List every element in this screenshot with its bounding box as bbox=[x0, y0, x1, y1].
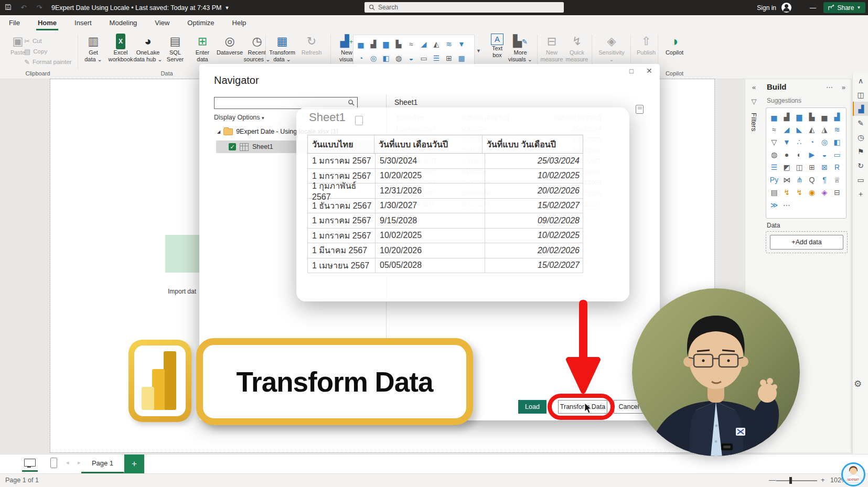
ribbon-tab[interactable]: Modeling bbox=[101, 15, 146, 30]
collapse-panel-icon[interactable]: ∧ bbox=[853, 73, 868, 88]
waterfall-chart-icon[interactable]: ▽ bbox=[768, 136, 780, 148]
settings-gear-icon[interactable]: ⚙ bbox=[854, 378, 862, 389]
line-chart-icon[interactable]: ≈ bbox=[405, 37, 417, 51]
bookmarks-icon[interactable]: ⚑ bbox=[853, 144, 868, 158]
gauge-icon[interactable]: ◒ bbox=[818, 148, 831, 161]
build-pane-menu-icon[interactable]: ⋯ bbox=[826, 83, 833, 91]
sql-server-button[interactable]: ▤ SQL Server bbox=[162, 34, 189, 63]
copilot-button[interactable]: ◑ Copilot bbox=[661, 34, 688, 56]
funnel-chart-icon[interactable]: ▼ bbox=[780, 136, 793, 148]
slicer-icon[interactable]: ◫ bbox=[793, 161, 806, 174]
mobile-view-icon[interactable] bbox=[50, 458, 57, 468]
cut-button[interactable]: ✂Cut bbox=[24, 36, 72, 46]
gauge-icon[interactable]: ◒ bbox=[405, 51, 417, 65]
redo-icon[interactable]: ↷ bbox=[31, 4, 47, 12]
copy-table-icon[interactable] bbox=[636, 105, 644, 114]
map-icon[interactable]: ◍ bbox=[768, 148, 780, 161]
scroller-icon[interactable]: ⊟ bbox=[831, 186, 843, 199]
shape-map-icon[interactable]: ◐ bbox=[793, 148, 806, 161]
table-icon[interactable]: ⊞ bbox=[806, 161, 818, 174]
filled-map-icon[interactable]: ● bbox=[780, 148, 793, 161]
title-dropdown-icon[interactable]: ▼ bbox=[224, 5, 229, 10]
onelake-data-hub-button[interactable]: ◕ OneLake data hub ⌄ bbox=[134, 34, 162, 63]
clustered-bar-chart-icon[interactable]: ▅ bbox=[768, 111, 780, 123]
arcgis-map-icon[interactable]: ◉ bbox=[806, 186, 818, 199]
refresh-button[interactable]: ↻ Refresh bbox=[297, 34, 326, 63]
area-chart-icon[interactable]: ◢ bbox=[780, 123, 793, 136]
get-data-button[interactable]: ▥ Get data ⌄ bbox=[80, 34, 107, 63]
zoom-slider[interactable] bbox=[776, 480, 817, 481]
prev-page-icon[interactable]: ◂ bbox=[66, 459, 69, 466]
dialog-close-icon[interactable]: ✕ bbox=[646, 67, 652, 75]
python-script-icon[interactable]: Py bbox=[768, 174, 780, 186]
kpi-icon[interactable]: ◩ bbox=[780, 161, 793, 174]
treemap-icon[interactable]: ◧ bbox=[831, 136, 843, 148]
matrix-icon[interactable]: ⊠ bbox=[818, 161, 831, 174]
format-visual-icon[interactable]: ✎ bbox=[853, 116, 868, 130]
excel-workbook-button[interactable]: X Excel workbook bbox=[107, 34, 134, 63]
ribbon-chart-icon[interactable]: ≋ bbox=[831, 123, 843, 136]
ribbon-tab[interactable]: View bbox=[146, 15, 178, 30]
load-button[interactable]: Load bbox=[518, 400, 546, 414]
sheet1-checkbox[interactable]: ✓ bbox=[229, 143, 236, 150]
stacked-column-chart-icon[interactable]: ▙ bbox=[806, 111, 818, 123]
share-button[interactable]: Share ▼ bbox=[823, 2, 865, 13]
treemap-icon[interactable]: ◧ bbox=[380, 51, 392, 65]
ribbon-tab[interactable]: Help bbox=[223, 15, 255, 30]
stacked-bar-chart-icon[interactable]: ▆ bbox=[793, 111, 806, 123]
sign-in-button[interactable]: Sign in bbox=[757, 4, 776, 12]
metrics-icon[interactable]: ♕ bbox=[831, 174, 843, 186]
add-page-button[interactable]: + bbox=[124, 454, 144, 473]
enter-data-button[interactable]: ⊞ Enter data bbox=[189, 34, 216, 63]
account-avatar[interactable] bbox=[781, 3, 791, 13]
new-measure-button[interactable]: ⊟ New measure bbox=[539, 34, 564, 63]
area-chart-icon[interactable]: ◢ bbox=[417, 37, 430, 51]
qna-icon[interactable]: Q bbox=[806, 174, 818, 186]
zoom-slider-handle[interactable] bbox=[789, 477, 792, 484]
dialog-maximize-icon[interactable]: □ bbox=[629, 67, 634, 75]
selection-pane-icon[interactable]: ▭ bbox=[853, 172, 868, 187]
add-pane-icon[interactable]: + bbox=[853, 187, 868, 201]
desktop-view-icon[interactable] bbox=[24, 459, 36, 467]
ribbon-tab[interactable]: File bbox=[0, 15, 29, 30]
decomposition-tree-icon[interactable]: ⋔ bbox=[793, 174, 806, 186]
next-page-icon[interactable]: ▸ bbox=[78, 459, 81, 466]
funnel-chart-icon[interactable]: ▼ bbox=[455, 37, 468, 51]
undo-icon[interactable]: ↶ bbox=[16, 4, 31, 12]
publish-button[interactable]: ⇧ Publish bbox=[633, 34, 660, 56]
analytics-icon[interactable]: ◷ bbox=[853, 130, 868, 144]
clustered-column-chart-icon[interactable]: ▟ bbox=[780, 111, 793, 123]
tree-expander-icon[interactable]: ◢ bbox=[217, 129, 220, 134]
gallery-expand-icon[interactable]: ▼ bbox=[476, 48, 481, 53]
zoom-out-icon[interactable]: — bbox=[769, 476, 776, 484]
dataverse-button[interactable]: ◎ Dataverse bbox=[216, 34, 243, 63]
minimize-button[interactable]: — bbox=[802, 4, 824, 12]
sensitivity-button[interactable]: ◈ Sensitivity ⌄ bbox=[596, 34, 627, 63]
copy-button[interactable]: ▤Copy bbox=[24, 46, 72, 57]
line-clustered-column-icon[interactable]: ◮ bbox=[818, 123, 831, 136]
display-options-dropdown[interactable]: Display Options ▾ bbox=[214, 114, 264, 121]
key-influencers-icon[interactable]: ⋈ bbox=[780, 174, 793, 186]
transform-data-button[interactable]: ▦ Transform data ⌄ bbox=[267, 34, 297, 63]
map-icon[interactable]: ◍ bbox=[392, 51, 405, 65]
expand-filters-icon[interactable]: « bbox=[745, 83, 763, 91]
quick-measure-button[interactable]: ↯ Quick measure bbox=[564, 34, 590, 63]
bar-chart-100-icon[interactable]: ▅ bbox=[818, 111, 831, 123]
azure-map-icon[interactable]: ▶ bbox=[806, 148, 818, 161]
format-painter-button[interactable]: ✎Format painter bbox=[24, 57, 72, 67]
power-apps-icon[interactable]: ↯ bbox=[780, 186, 793, 199]
page-tab[interactable]: Page 1 bbox=[81, 454, 124, 473]
performance-analyzer-icon[interactable]: ↻ bbox=[853, 158, 868, 172]
card-icon[interactable]: ▭ bbox=[831, 148, 843, 161]
scatter-chart-icon[interactable]: ∴ bbox=[793, 136, 806, 148]
clustered-bar-chart-icon[interactable]: ▙ bbox=[392, 37, 405, 51]
zoom-in-icon[interactable]: + bbox=[821, 476, 825, 484]
global-search-box[interactable]: Search bbox=[365, 2, 564, 13]
build-pane-collapse-icon[interactable]: » bbox=[842, 83, 845, 91]
combo-chart-icon[interactable]: ◭ bbox=[430, 37, 443, 51]
card-icon[interactable]: ▭ bbox=[417, 51, 430, 65]
stacked-column-chart-icon[interactable]: ▆ bbox=[380, 37, 392, 51]
add-data-button[interactable]: +Add data bbox=[770, 235, 843, 250]
power-automate-visual-icon[interactable]: ↯ bbox=[793, 186, 806, 199]
import-data-watermark-tile[interactable] bbox=[165, 235, 200, 273]
